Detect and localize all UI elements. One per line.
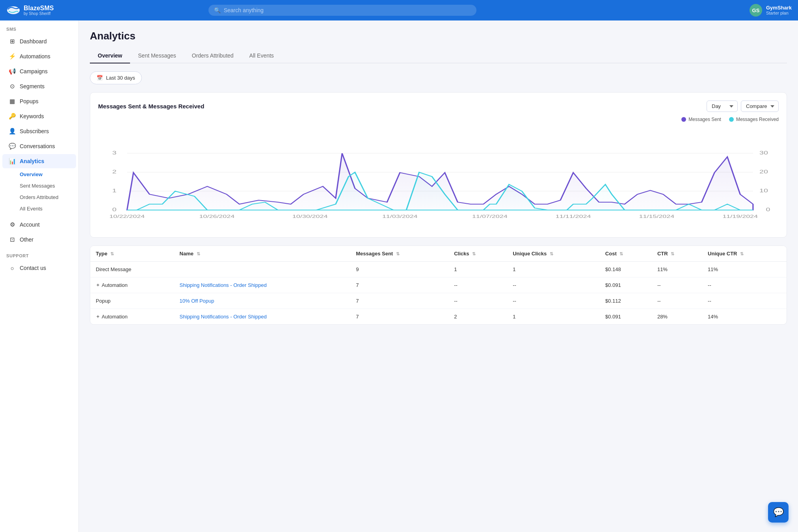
logo-title: BlazeSMS — [24, 5, 54, 12]
main-content: Analytics Overview Sent Messages Orders … — [79, 20, 798, 532]
col-clicks[interactable]: Clicks ⇅ — [448, 246, 507, 262]
cell-name[interactable]: Shipping Notifications - Order Shipped — [174, 277, 351, 293]
calendar-icon: 📅 — [97, 75, 103, 81]
table-card: Type ⇅ Name ⇅ Messages Sent ⇅ Clicks ⇅ U… — [90, 246, 787, 325]
sidebar-item-campaigns[interactable]: 📢 Campaigns — [2, 64, 76, 78]
col-name[interactable]: Name ⇅ — [174, 246, 351, 262]
user-area: GS GymShark Starter plan — [750, 4, 792, 17]
tab-sent-messages[interactable]: Sent Messages — [130, 48, 184, 63]
row-link[interactable]: 10% Off Popup — [180, 298, 214, 304]
cell-cost: $0.091 — [600, 277, 652, 293]
analytics-icon: 📊 — [9, 158, 16, 165]
row-link[interactable]: Shipping Notifications - Order Shipped — [180, 282, 267, 288]
sidebar-item-account[interactable]: ⚙ Account — [2, 218, 76, 232]
tab-orders-attributed[interactable]: Orders Attributed — [184, 48, 242, 63]
sidebar-label-campaigns: Campaigns — [20, 68, 48, 74]
cell-clicks: -- — [448, 277, 507, 293]
row-link[interactable]: Shipping Notifications - Order Shipped — [180, 314, 267, 320]
segments-icon: ⊙ — [9, 83, 16, 90]
sidebar-item-conversations[interactable]: 💬 Conversations — [2, 139, 76, 153]
user-name: GymShark — [766, 5, 792, 11]
sidebar-sub-sent-messages[interactable]: Sent Messages — [2, 180, 76, 191]
account-icon: ⚙ — [9, 221, 16, 228]
sidebar-item-contact-us[interactable]: ○ Contact us — [2, 261, 76, 275]
svg-text:1: 1 — [112, 188, 117, 193]
sidebar-label-automations: Automations — [20, 53, 50, 60]
user-plan: Starter plan — [766, 11, 792, 16]
cell-name — [174, 262, 351, 277]
sidebar-item-keywords[interactable]: 🔑 Keywords — [2, 109, 76, 123]
sidebar-label-contact: Contact us — [20, 265, 46, 271]
cell-ctr: 11% — [652, 262, 702, 277]
tab-overview[interactable]: Overview — [90, 48, 130, 63]
logo-text: BlazeSMS by Shop Sheriff — [24, 5, 54, 16]
svg-text:0: 0 — [112, 207, 117, 212]
sidebar-support-label: Support — [0, 247, 78, 260]
chat-fab-icon: 💬 — [773, 507, 784, 517]
analytics-table: Type ⇅ Name ⇅ Messages Sent ⇅ Clicks ⇅ U… — [90, 246, 787, 324]
col-ctr[interactable]: CTR ⇅ — [652, 246, 702, 262]
chat-fab-button[interactable]: 💬 — [768, 502, 789, 523]
sidebar-item-popups[interactable]: ▦ Popups — [2, 94, 76, 108]
logo-icon — [6, 5, 20, 16]
cell-messages_sent: 7 — [350, 277, 448, 293]
sidebar-label-analytics: Analytics — [20, 158, 44, 164]
sidebar-sub-orders-attributed[interactable]: Orders Attributed — [2, 192, 76, 203]
cell-ctr: -- — [652, 277, 702, 293]
col-unique-clicks[interactable]: Unique Clicks ⇅ — [507, 246, 600, 262]
chart-controls: Day Week Month Compare — [707, 100, 779, 112]
logo-area: BlazeSMS by Shop Sheriff — [6, 5, 69, 16]
chart-title: Messages Sent & Messages Received — [98, 103, 204, 110]
cell-type: Popup — [90, 293, 174, 309]
sidebar-sub-all-events[interactable]: All Events — [2, 203, 76, 214]
sidebar-sub-overview[interactable]: Overview — [2, 169, 76, 180]
svg-text:11/15/2024: 11/15/2024 — [639, 214, 675, 219]
col-messages-sent[interactable]: Messages Sent ⇅ — [350, 246, 448, 262]
cell-unique_clicks: 1 — [507, 262, 600, 277]
tab-all-events[interactable]: All Events — [242, 48, 282, 63]
cell-type: ✦Automation — [90, 309, 174, 325]
table-row: Direct Message911$0.14811%11% — [90, 262, 787, 277]
sidebar-label-conversations: Conversations — [20, 143, 55, 149]
cell-unique_ctr: 14% — [702, 309, 787, 325]
cell-name[interactable]: 10% Off Popup — [174, 293, 351, 309]
sidebar-item-analytics[interactable]: 📊 Analytics — [2, 154, 76, 168]
app-header: BlazeSMS by Shop Sheriff 🔍 GS GymShark S… — [0, 0, 798, 20]
sidebar-item-other[interactable]: ⊡ Other — [2, 233, 76, 247]
cell-unique_clicks: -- — [507, 293, 600, 309]
cell-name[interactable]: Shipping Notifications - Order Shipped — [174, 309, 351, 325]
svg-text:3: 3 — [112, 150, 117, 155]
sidebar-item-dashboard[interactable]: ⊞ Dashboard — [2, 34, 76, 48]
svg-text:11/11/2024: 11/11/2024 — [556, 214, 591, 219]
col-cost[interactable]: Cost ⇅ — [600, 246, 652, 262]
day-select[interactable]: Day Week Month — [707, 100, 738, 112]
cell-cost: $0.112 — [600, 293, 652, 309]
chart-header: Messages Sent & Messages Received Day We… — [98, 100, 779, 112]
automation-icon: ✦ — [96, 314, 100, 320]
sidebar-item-subscribers[interactable]: 👤 Subscribers — [2, 124, 76, 138]
cell-clicks: 1 — [448, 262, 507, 277]
dashboard-icon: ⊞ — [9, 38, 16, 45]
filter-bar: 📅 Last 30 days — [90, 71, 787, 84]
sidebar-label-other: Other — [20, 236, 33, 243]
col-type[interactable]: Type ⇅ — [90, 246, 174, 262]
cell-type: ✦Automation — [90, 277, 174, 293]
svg-text:20: 20 — [759, 169, 768, 174]
cell-clicks: 2 — [448, 309, 507, 325]
compare-select[interactable]: Compare — [741, 100, 779, 112]
search-icon: 🔍 — [214, 7, 221, 13]
cell-messages_sent: 9 — [350, 262, 448, 277]
cell-messages_sent: 7 — [350, 309, 448, 325]
conversations-icon: 💬 — [9, 143, 16, 150]
date-filter-button[interactable]: 📅 Last 30 days — [90, 71, 142, 84]
svg-text:10/30/2024: 10/30/2024 — [292, 214, 328, 219]
search-input[interactable] — [224, 7, 471, 13]
avatar: GS — [750, 4, 762, 17]
chart-area: 0 1 2 3 0 10 20 30 — [98, 125, 779, 229]
sidebar-item-automations[interactable]: ⚡ Automations — [2, 49, 76, 63]
svg-text:10: 10 — [759, 188, 768, 193]
other-icon: ⊡ — [9, 236, 16, 243]
popups-icon: ▦ — [9, 98, 16, 105]
col-unique-ctr[interactable]: Unique CTR ⇅ — [702, 246, 787, 262]
sidebar-item-segments[interactable]: ⊙ Segments — [2, 79, 76, 93]
